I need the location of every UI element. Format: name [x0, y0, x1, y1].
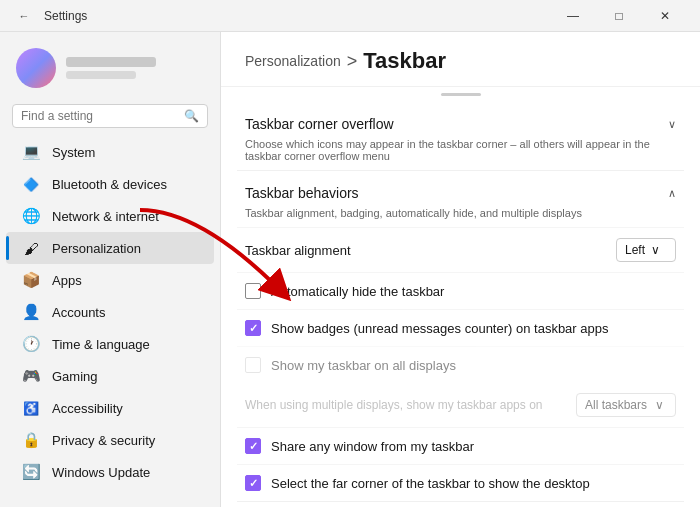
badges-label: Show badges (unread messages counter) on… — [271, 321, 608, 336]
user-name-placeholder — [66, 57, 156, 67]
apps-icon: 📦 — [22, 271, 40, 289]
section-corner-overflow-subtitle: Choose which icons may appear in the tas… — [237, 138, 684, 170]
accounts-icon: 👤 — [22, 303, 40, 321]
gaming-icon: 🎮 — [22, 367, 40, 385]
sidebar-item-update[interactable]: 🔄 Windows Update — [6, 456, 214, 488]
section-behaviors-title: Taskbar behaviors — [245, 185, 359, 201]
auto-hide-label: Automatically hide the taskbar — [271, 284, 444, 299]
multi-display-dropdown: All taskbars ∨ — [576, 393, 676, 417]
search-icon: 🔍 — [184, 109, 199, 123]
sidebar-item-label: Privacy & security — [52, 433, 155, 448]
sidebar-item-accounts[interactable]: 👤 Accounts — [6, 296, 214, 328]
sidebar-item-label: Bluetooth & devices — [52, 177, 167, 192]
sidebar-item-accessibility[interactable]: ♿ Accessibility — [6, 392, 214, 424]
share-window-item: Share any window from my taskbar — [237, 427, 684, 464]
section-behaviors-header[interactable]: Taskbar behaviors ∧ — [237, 171, 684, 207]
content-header: Personalization > Taskbar — [221, 32, 700, 87]
auto-hide-checkbox[interactable] — [245, 283, 261, 299]
share-window-checkbox[interactable] — [245, 438, 261, 454]
auto-hide-item: Automatically hide the taskbar — [237, 272, 684, 309]
minimize-button[interactable]: — — [550, 0, 596, 32]
multi-display-label: When using multiple displays, show my ta… — [245, 398, 542, 412]
system-icon: 💻 — [22, 143, 40, 161]
maximize-button[interactable]: □ — [596, 0, 642, 32]
sidebar-item-label: Accessibility — [52, 401, 123, 416]
share-window-label: Share any window from my taskbar — [271, 439, 474, 454]
search-box[interactable]: 🔍 — [12, 104, 208, 128]
section-corner-overflow: Taskbar corner overflow ∨ Choose which i… — [237, 102, 684, 171]
multi-display-value: All taskbars — [585, 398, 647, 412]
far-corner-label: Select the far corner of the taskbar to … — [271, 476, 590, 491]
user-email-placeholder — [66, 71, 136, 79]
section-behaviors-subtitle: Taskbar alignment, badging, automaticall… — [237, 207, 684, 227]
network-icon: 🌐 — [22, 207, 40, 225]
sidebar-item-privacy[interactable]: 🔒 Privacy & security — [6, 424, 214, 456]
breadcrumb-separator: > — [347, 51, 358, 72]
window-controls: — □ ✕ — [550, 0, 688, 32]
sidebar-item-time[interactable]: 🕐 Time & language — [6, 328, 214, 360]
far-corner-item: Select the far corner of the taskbar to … — [237, 464, 684, 501]
all-displays-label: Show my taskbar on all displays — [271, 358, 456, 373]
corner-overflow-chevron: ∨ — [668, 118, 676, 131]
sidebar-item-label: Gaming — [52, 369, 98, 384]
multi-display-chevron-icon: ∨ — [655, 398, 664, 412]
privacy-icon: 🔒 — [22, 431, 40, 449]
personalization-icon: 🖌 — [22, 239, 40, 257]
sidebar-item-label: Accounts — [52, 305, 105, 320]
alignment-row: Taskbar alignment Left ∨ — [237, 227, 684, 272]
sidebar-item-label: Personalization — [52, 241, 141, 256]
section-behaviors: Taskbar behaviors ∧ Taskbar alignment, b… — [237, 171, 684, 502]
update-icon: 🔄 — [22, 463, 40, 481]
content-area: Personalization > Taskbar Taskbar corner… — [220, 32, 700, 507]
all-displays-checkbox — [245, 357, 261, 373]
sidebar-item-label: System — [52, 145, 95, 160]
close-button[interactable]: ✕ — [642, 0, 688, 32]
breadcrumb: Personalization > Taskbar — [245, 48, 676, 74]
sidebar-item-network[interactable]: 🌐 Network & internet — [6, 200, 214, 232]
all-displays-item: Show my taskbar on all displays — [237, 346, 684, 383]
sidebar-item-label: Apps — [52, 273, 82, 288]
sidebar-item-gaming[interactable]: 🎮 Gaming — [6, 360, 214, 392]
far-corner-checkbox[interactable] — [245, 475, 261, 491]
multi-display-row: When using multiple displays, show my ta… — [237, 383, 684, 427]
breadcrumb-current: Taskbar — [363, 48, 446, 74]
alignment-chevron-icon: ∨ — [651, 243, 660, 257]
sidebar-item-label: Time & language — [52, 337, 150, 352]
badges-item: Show badges (unread messages counter) on… — [237, 309, 684, 346]
section-corner-overflow-title: Taskbar corner overflow — [245, 116, 394, 132]
app-title: Settings — [44, 9, 87, 23]
sidebar-item-label: Windows Update — [52, 465, 150, 480]
breadcrumb-parent: Personalization — [245, 53, 341, 69]
scroll-indicator — [441, 93, 481, 96]
sidebar: 🔍 💻 System 🔷 Bluetooth & devices 🌐 Netwo… — [0, 32, 220, 507]
title-bar: ← Settings — □ ✕ — [0, 0, 700, 32]
sidebar-item-apps[interactable]: 📦 Apps — [6, 264, 214, 296]
user-section — [0, 40, 220, 100]
behaviors-chevron: ∧ — [668, 187, 676, 200]
time-icon: 🕐 — [22, 335, 40, 353]
sidebar-item-bluetooth[interactable]: 🔷 Bluetooth & devices — [6, 168, 214, 200]
section-corner-overflow-header[interactable]: Taskbar corner overflow ∨ — [237, 102, 684, 138]
back-button[interactable]: ← — [12, 4, 36, 28]
alignment-label: Taskbar alignment — [245, 243, 351, 258]
alignment-dropdown[interactable]: Left ∨ — [616, 238, 676, 262]
search-input[interactable] — [21, 109, 178, 123]
sidebar-item-system[interactable]: 💻 System — [6, 136, 214, 168]
avatar — [16, 48, 56, 88]
alignment-value: Left — [625, 243, 645, 257]
badges-checkbox[interactable] — [245, 320, 261, 336]
bluetooth-icon: 🔷 — [22, 175, 40, 193]
sidebar-item-personalization[interactable]: 🖌 Personalization — [6, 232, 214, 264]
sidebar-item-label: Network & internet — [52, 209, 159, 224]
accessibility-icon: ♿ — [22, 399, 40, 417]
